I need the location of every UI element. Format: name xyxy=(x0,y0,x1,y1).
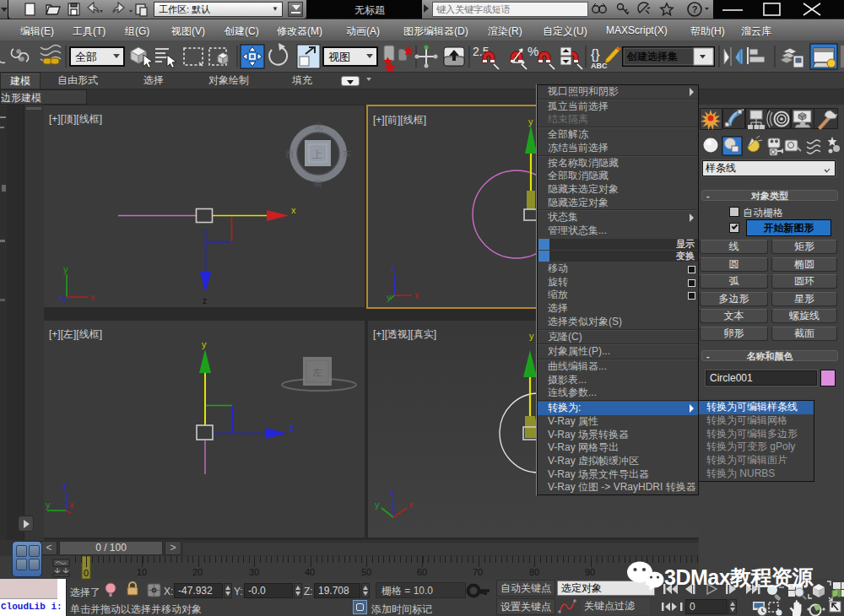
svg-text:y: y xyxy=(202,339,207,349)
svg-text:上: 上 xyxy=(312,149,322,160)
svg-text:z: z xyxy=(390,486,395,496)
svg-text:全部: 全部 xyxy=(75,51,97,63)
svg-text:y: y xyxy=(63,264,68,274)
svg-text:东: 东 xyxy=(343,149,351,159)
svg-text:x: x xyxy=(69,500,74,510)
svg-text:%: % xyxy=(528,44,538,58)
svg-text:y: y xyxy=(375,500,380,510)
svg-text:南: 南 xyxy=(314,179,322,188)
svg-text:z: z xyxy=(62,481,68,491)
svg-text:西: 西 xyxy=(285,149,294,159)
svg-text:y: y xyxy=(387,292,392,302)
svg-text:x: x xyxy=(414,290,419,300)
svg-text:z: z xyxy=(203,296,207,305)
svg-text:z: z xyxy=(391,263,396,273)
svg-text:y: y xyxy=(46,500,51,510)
svg-text:?: ? xyxy=(692,4,698,14)
svg-text:视图: 视图 xyxy=(328,51,350,63)
svg-text:北: 北 xyxy=(314,122,323,131)
svg-text:x: x xyxy=(90,292,95,302)
svg-text:左: 左 xyxy=(313,367,322,377)
svg-text:{}: {} xyxy=(591,47,600,62)
svg-text:x: x xyxy=(408,500,414,510)
svg-text:创建选择集: 创建选择集 xyxy=(626,51,678,62)
svg-text:z: z xyxy=(58,292,63,302)
svg-text:x: x xyxy=(291,205,296,215)
svg-text:z: z xyxy=(289,423,295,433)
svg-text:0: 0 xyxy=(84,568,89,578)
svg-text:y: y xyxy=(529,331,534,341)
